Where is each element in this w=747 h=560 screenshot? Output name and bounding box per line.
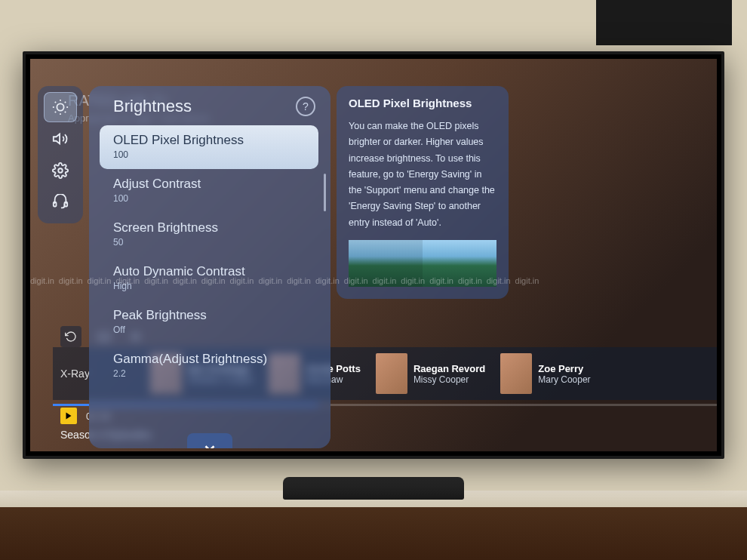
setting-value: 100 bbox=[113, 193, 305, 204]
tv-stand bbox=[283, 477, 464, 500]
cast-role: Missy Cooper bbox=[413, 374, 485, 385]
setting-value: 2.2 bbox=[113, 368, 305, 379]
cast-photo bbox=[500, 353, 532, 394]
setting-adjust-contrast[interactable]: Adjust Contrast 100 bbox=[100, 169, 318, 213]
setting-gamma[interactable]: Gamma(Adjust Brightness) 2.2 bbox=[100, 344, 318, 388]
svg-rect-12 bbox=[65, 202, 68, 207]
setting-screen-brightness[interactable]: Screen Brightness 50 bbox=[100, 213, 318, 257]
support-category-icon[interactable] bbox=[44, 187, 77, 217]
picture-category-icon[interactable] bbox=[44, 92, 77, 122]
preview-image-dark bbox=[349, 240, 423, 287]
scroll-down-button[interactable] bbox=[187, 433, 232, 448]
brightness-settings-panel: Brightness ? OLED Pixel Brightness 100 A… bbox=[89, 86, 330, 448]
description-preview-images bbox=[349, 240, 496, 287]
svg-point-10 bbox=[58, 168, 63, 173]
settings-category-sidebar bbox=[38, 86, 83, 223]
description-title: OLED Pixel Brightness bbox=[349, 97, 496, 109]
setting-label: Peak Brightness bbox=[113, 308, 305, 323]
general-category-icon[interactable] bbox=[44, 155, 77, 186]
cast-role: Mary Cooper bbox=[538, 374, 590, 385]
svg-line-4 bbox=[65, 112, 66, 112]
sound-category-icon[interactable] bbox=[44, 124, 77, 154]
svg-line-7 bbox=[55, 112, 56, 112]
setting-label: OLED Pixel Brightness bbox=[113, 133, 305, 148]
setting-value: Off bbox=[113, 325, 305, 335]
svg-line-8 bbox=[65, 102, 66, 103]
preview-image-bright bbox=[423, 240, 496, 287]
cast-item[interactable]: Raegan Revord Missy Cooper bbox=[376, 353, 485, 394]
settings-list: OLED Pixel Brightness 100 Adjust Contras… bbox=[100, 125, 323, 388]
cast-photo bbox=[376, 353, 407, 394]
svg-point-0 bbox=[57, 103, 63, 110]
svg-marker-9 bbox=[54, 134, 60, 144]
setting-label: Auto Dynamic Contrast bbox=[113, 264, 305, 279]
description-text: You can make the OLED pixels brighter or… bbox=[349, 118, 496, 231]
svg-marker-17 bbox=[66, 413, 72, 420]
svg-rect-11 bbox=[54, 202, 57, 207]
panel-title: Brightness bbox=[113, 97, 192, 116]
tv-screen: RATED U/A 7+ Appropriate for age 7 and a… bbox=[30, 59, 717, 451]
setting-value: High bbox=[113, 281, 305, 291]
setting-peak-brightness[interactable]: Peak Brightness Off bbox=[100, 300, 318, 344]
rewind-icon[interactable] bbox=[60, 326, 81, 347]
setting-value: 100 bbox=[113, 149, 305, 160]
cast-actor: Zoe Perry bbox=[538, 363, 590, 374]
help-icon[interactable]: ? bbox=[296, 97, 315, 116]
cast-item[interactable]: Zoe Perry Mary Cooper bbox=[500, 353, 590, 394]
setting-oled-pixel-brightness[interactable]: OLED Pixel Brightness 100 bbox=[100, 125, 318, 169]
setting-value: 50 bbox=[113, 237, 305, 248]
cast-actor: Raegan Revord bbox=[413, 363, 485, 374]
setting-label: Adjust Contrast bbox=[113, 177, 305, 192]
list-scrollbar[interactable] bbox=[324, 174, 326, 211]
svg-line-3 bbox=[55, 102, 56, 103]
tv-frame: RATED U/A 7+ Appropriate for age 7 and a… bbox=[23, 51, 724, 459]
setting-auto-dynamic-contrast[interactable]: Auto Dynamic Contrast High bbox=[100, 257, 318, 300]
xray-label[interactable]: X-Ray bbox=[60, 368, 90, 380]
play-button[interactable] bbox=[60, 408, 77, 424]
setting-label: Screen Brightness bbox=[113, 220, 305, 235]
setting-label: Gamma(Adjust Brightness) bbox=[113, 352, 305, 367]
setting-description-panel: OLED Pixel Brightness You can make the O… bbox=[337, 86, 509, 299]
